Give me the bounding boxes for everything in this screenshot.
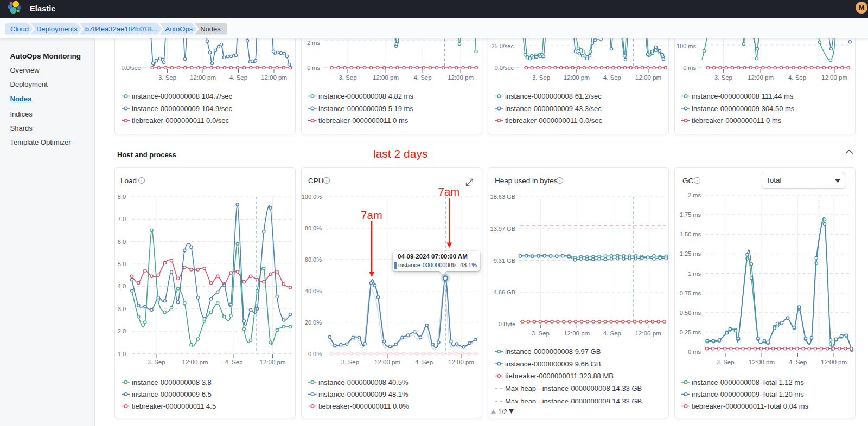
svg-text:9.31 GB: 9.31 GB: [494, 257, 515, 264]
svg-text:instance-0000000009 9.66 GB: instance-0000000009 9.66 GB: [505, 360, 601, 368]
svg-text:tiebreaker-0000000011 0.0/sec: tiebreaker-0000000011 0.0/sec: [505, 117, 602, 125]
svg-text:i: i: [326, 178, 328, 183]
svg-text:instance-0000000009 104.9/sec: instance-0000000009 104.9/sec: [132, 105, 233, 113]
svg-text:4. Sep: 4. Sep: [788, 74, 806, 81]
svg-text:13.97 GB: 13.97 GB: [490, 225, 515, 232]
svg-text:Max heap - instance-0000000008: Max heap - instance-0000000008 14.33 GB: [505, 384, 642, 392]
svg-text:4. Sep: 4. Sep: [415, 359, 433, 365]
svg-text:80.0%: 80.0%: [305, 225, 322, 231]
svg-text:GC: GC: [682, 177, 694, 185]
svg-text:i: i: [559, 178, 561, 183]
svg-text:1/2: 1/2: [498, 408, 507, 416]
svg-text:1 ms: 1 ms: [688, 270, 701, 277]
svg-text:60.0%: 60.0%: [305, 256, 322, 263]
svg-text:instance-0000000008-Total 1.12: instance-0000000008-Total 1.12 ms: [692, 378, 804, 386]
svg-text:7.0: 7.0: [118, 216, 126, 222]
svg-text:3. Sep: 3. Sep: [158, 74, 176, 81]
svg-text:3. Sep: 3. Sep: [532, 74, 550, 81]
svg-text:40.0%: 40.0%: [305, 288, 322, 294]
svg-text:instance-0000000008 61.2/sec: instance-0000000008 61.2/sec: [505, 92, 602, 100]
svg-text:i: i: [141, 178, 143, 183]
svg-text:0.75 ms: 0.75 ms: [680, 290, 701, 296]
svg-text:12:00 pm: 12:00 pm: [564, 330, 590, 337]
svg-text:12:00 pm: 12:00 pm: [748, 74, 774, 81]
svg-text:6.0: 6.0: [118, 238, 126, 245]
svg-text:Max heap - instance-0000000009: Max heap - instance-0000000009 14.33 GB: [505, 397, 642, 405]
svg-text:tiebreaker-0000000011 0.0%: tiebreaker-0000000011 0.0%: [318, 402, 409, 410]
svg-text:tiebreaker-0000000011 0 ms: tiebreaker-0000000011 0 ms: [318, 117, 409, 125]
svg-text:12:00 pm: 12:00 pm: [190, 74, 216, 81]
svg-text:0.0/sec: 0.0/sec: [495, 64, 514, 71]
svg-text:4. Sep: 4. Sep: [229, 74, 247, 81]
svg-text:Host and process: Host and process: [117, 151, 176, 159]
svg-text:1.50 ms: 1.50 ms: [680, 231, 701, 237]
svg-text:18.63 GB: 18.63 GB: [490, 193, 515, 200]
svg-text:tiebreaker-0000000011 323.88 M: tiebreaker-0000000011 323.88 MB: [505, 372, 614, 380]
svg-text:12:00 pm: 12:00 pm: [635, 330, 661, 337]
svg-text:instance-0000000008 4.82 ms: instance-0000000008 4.82 ms: [318, 92, 413, 100]
svg-text:0 ms: 0 ms: [683, 64, 696, 71]
svg-text:12:00 pm: 12:00 pm: [448, 74, 474, 81]
svg-text:5.0: 5.0: [118, 261, 126, 267]
svg-text:tiebreaker-0000000011 0.0/sec: tiebreaker-0000000011 0.0/sec: [132, 117, 229, 125]
svg-text:instance-0000000008 111.44 ms: instance-0000000008 111.44 ms: [692, 92, 794, 100]
svg-text:0 ms: 0 ms: [688, 348, 701, 355]
svg-text:2 ms: 2 ms: [688, 192, 701, 198]
svg-text:12:00 pm: 12:00 pm: [374, 359, 400, 365]
svg-text:tiebreaker-0000000011 4.5: tiebreaker-0000000011 4.5: [132, 402, 216, 410]
svg-text:instance-0000000008 3.8: instance-0000000008 3.8: [132, 378, 212, 386]
svg-text:instance-0000000008 40.5%: instance-0000000008 40.5%: [318, 378, 409, 386]
svg-text:3.0: 3.0: [118, 306, 126, 312]
svg-text:3. Sep: 3. Sep: [716, 359, 734, 365]
svg-text:2 ms: 2 ms: [307, 40, 320, 46]
svg-text:Heap used in bytes: Heap used in bytes: [495, 177, 558, 185]
svg-text:12:00 pm: 12:00 pm: [182, 359, 208, 365]
svg-text:instance-0000000009 48.1%: instance-0000000009 48.1%: [318, 390, 409, 398]
svg-text:instance-0000000009-Total 1.20: instance-0000000009-Total 1.20 ms: [692, 390, 804, 398]
svg-text:0 Byte: 0 Byte: [499, 321, 515, 327]
svg-text:instance-0000000009 5.19 ms: instance-0000000009 5.19 ms: [318, 105, 413, 113]
svg-text:4. Sep: 4. Sep: [413, 74, 431, 81]
svg-text:100 ms: 100 ms: [676, 43, 697, 49]
svg-text:3. Sep: 3. Sep: [714, 74, 732, 81]
svg-text:20.0%: 20.0%: [305, 319, 322, 326]
svg-text:12:00 pm: 12:00 pm: [749, 359, 775, 365]
svg-text:0 ms: 0 ms: [307, 64, 320, 71]
svg-text:tiebreaker-0000000011-Total 0.: tiebreaker-0000000011-Total 0.04 ms: [692, 402, 809, 410]
svg-text:instance-0000000009 6.5: instance-0000000009 6.5: [132, 390, 212, 398]
svg-text:12:00 pm: 12:00 pm: [260, 359, 286, 365]
svg-text:12:00 pm: 12:00 pm: [635, 74, 661, 81]
svg-text:i: i: [697, 178, 698, 183]
svg-text:12:00 pm: 12:00 pm: [261, 74, 287, 81]
svg-text:instance-0000000009 304.50 ms: instance-0000000009 304.50 ms: [692, 105, 795, 113]
svg-text:0.0/sec: 0.0/sec: [122, 64, 141, 71]
svg-text:instance-0000000009 43.3/sec: instance-0000000009 43.3/sec: [505, 105, 602, 113]
svg-text:4. Sep: 4. Sep: [603, 330, 621, 337]
svg-text:instance-0000000008 104.7/sec: instance-0000000008 104.7/sec: [132, 92, 233, 100]
svg-text:Load: Load: [120, 177, 137, 185]
svg-text:tiebreaker-0000000011 0 ms: tiebreaker-0000000011 0 ms: [692, 117, 782, 125]
svg-text:12:00 pm: 12:00 pm: [821, 359, 847, 365]
svg-text:8.0: 8.0: [118, 193, 126, 200]
svg-text:0.25 ms: 0.25 ms: [680, 329, 701, 335]
svg-text:1.0: 1.0: [118, 351, 126, 357]
svg-text:4. Sep: 4. Sep: [225, 359, 242, 365]
svg-text:3. Sep: 3. Sep: [341, 359, 359, 365]
svg-text:7am: 7am: [361, 209, 382, 221]
svg-text:last 2 days: last 2 days: [373, 147, 427, 160]
svg-text:1.25 ms: 1.25 ms: [680, 250, 701, 257]
svg-text:100.0%: 100.0%: [302, 193, 322, 200]
svg-text:4. Sep: 4. Sep: [603, 74, 621, 81]
svg-text:7am: 7am: [438, 185, 460, 198]
svg-text:1.75 ms: 1.75 ms: [680, 211, 701, 218]
svg-text:12:00 pm: 12:00 pm: [564, 74, 590, 81]
svg-text:3. Sep: 3. Sep: [532, 330, 550, 337]
svg-text:3. Sep: 3. Sep: [147, 359, 165, 365]
svg-text:4.0: 4.0: [118, 283, 126, 289]
svg-text:12:00 pm: 12:00 pm: [821, 74, 847, 81]
svg-text:instance-0000000008 9.97 GB: instance-0000000008 9.97 GB: [505, 347, 601, 356]
svg-text:3. Sep: 3. Sep: [339, 74, 356, 81]
svg-text:0.0%: 0.0%: [308, 351, 322, 357]
svg-text:12:00 pm: 12:00 pm: [373, 74, 399, 81]
svg-text:4. Sep: 4. Sep: [789, 359, 807, 365]
